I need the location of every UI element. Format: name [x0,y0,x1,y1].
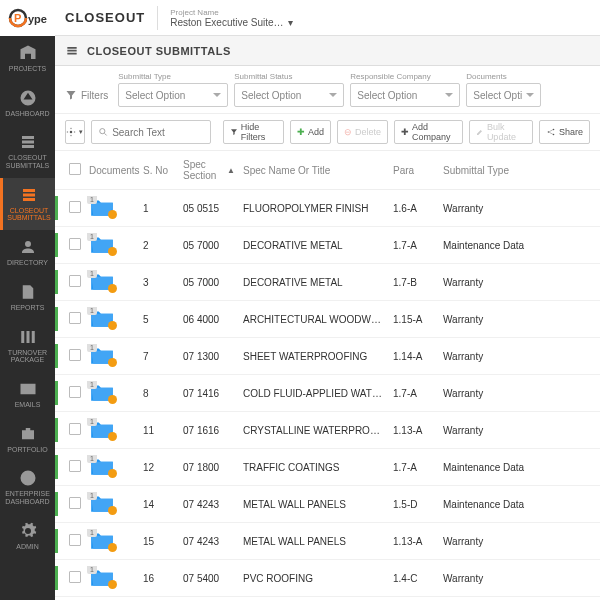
row-checkbox[interactable] [69,386,81,398]
nav-closeout-1[interactable]: CLOSEOUT SUBMITTALS [0,125,55,177]
table-row[interactable]: 1506 4000ARCHITECTURAL WOODWO…1.15-AWarr… [55,301,600,338]
logo: ypeP [0,0,55,36]
svg-point-4 [70,131,73,134]
settings-button[interactable]: ▾ [65,120,85,144]
table-row[interactable]: 1807 1416COLD FLUID-APPLIED WATE…1.7-AWa… [55,375,600,412]
folder-icon[interactable]: 1 [89,344,119,366]
search-input[interactable] [91,120,211,144]
cell-name: COLD FLUID-APPLIED WATE… [239,388,389,399]
doc-count-badge: 1 [87,418,97,426]
doc-count-badge: 1 [87,196,97,204]
project-selector[interactable]: Project Name Reston Executive Suite…▾ [170,8,292,28]
folder-icon[interactable]: 1 [89,529,119,551]
cell-sno: 15 [139,536,179,547]
table-row[interactable]: 1205 7000DECORATIVE METAL1.7-AMaintenanc… [55,227,600,264]
row-checkbox[interactable] [69,534,81,546]
add-company-button[interactable]: ✚Add Company [394,120,463,144]
table-row[interactable]: 11407 4243METAL WALL PANELS1.5-DMaintena… [55,486,600,523]
folder-icon[interactable]: 1 [89,492,119,514]
page-title-bar: CLOSEOUT SUBMITTALS [55,36,600,66]
cell-para: 1.4-C [389,573,439,584]
project-name: Reston Executive Suite… [170,17,283,28]
cell-type: Maintenance Data [439,240,549,251]
col-spec[interactable]: Spec Section▲ [179,159,239,181]
svg-text:ype: ype [28,13,47,25]
folder-icon[interactable]: 1 [89,307,119,329]
divider [157,6,158,30]
cell-spec: 07 1800 [179,462,239,473]
cell-sno: 1 [139,203,179,214]
filter-responsible-company[interactable]: Select Option [350,83,460,107]
table-row[interactable]: 11507 4243METAL WALL PANELS1.13-AWarrant… [55,523,600,560]
cell-spec: 07 4243 [179,499,239,510]
folder-icon[interactable]: 1 [89,455,119,477]
table-row[interactable]: 11107 1616CRYSTALLINE WATERPROOF…1.13-AW… [55,412,600,449]
doc-count-badge: 1 [87,344,97,352]
table-row[interactable]: 11607 5400PVC ROOFING1.4-CWarranty [55,560,600,597]
folder-icon[interactable]: 1 [89,418,119,440]
doc-count-badge: 1 [87,566,97,574]
table-row[interactable]: 11207 1800TRAFFIC COATINGS1.7-AMaintenan… [55,449,600,486]
select-all-checkbox[interactable] [69,163,81,175]
col-documents[interactable]: Documents [85,165,139,176]
col-name[interactable]: Spec Name Or Title [239,165,389,176]
nav-enterprise[interactable]: ENTERPRISE DASHBOARD [0,461,55,513]
nav-reports[interactable]: REPORTS [0,275,55,320]
minus-icon: ⊖ [344,127,352,137]
filter-documents[interactable]: Select Opti [466,83,541,107]
svg-point-8 [553,134,555,136]
col-sno[interactable]: S. No [139,165,179,176]
brand-label: CLOSEOUT [65,10,145,25]
filter-submittal-type[interactable]: Select Option [118,83,228,107]
cell-para: 1.5-D [389,499,439,510]
lock-icon [108,506,117,515]
cell-name: METAL WALL PANELS [239,536,389,547]
folder-icon[interactable]: 1 [89,196,119,218]
nav-admin[interactable]: ADMIN [0,514,55,559]
folder-icon[interactable]: 1 [89,381,119,403]
svg-point-5 [99,129,104,134]
hide-filters-button[interactable]: Hide Filters [223,120,284,144]
delete-button[interactable]: ⊖Delete [337,120,388,144]
cell-type: Warranty [439,203,549,214]
bulk-update-button[interactable]: Bulk Update [469,120,533,144]
row-checkbox[interactable] [69,497,81,509]
row-checkbox[interactable] [69,312,81,324]
plus-icon: ✚ [401,127,409,137]
cell-spec: 07 1416 [179,388,239,399]
row-checkbox[interactable] [69,571,81,583]
nav-projects[interactable]: PROJECTS [0,36,55,81]
row-checkbox[interactable] [69,423,81,435]
nav-dashboard[interactable]: DASHBOARD [0,81,55,126]
cell-para: 1.7-B [389,277,439,288]
toolbar: ▾ Hide Filters ✚Add ⊖Delete ✚Add Company… [55,114,600,151]
chevron-down-icon: ▾ [288,17,293,28]
folder-icon[interactable]: 1 [89,233,119,255]
row-checkbox[interactable] [69,275,81,287]
nav-closeout-2[interactable]: CLOSEOUT SUBMITTALS [0,178,55,230]
row-checkbox[interactable] [69,201,81,213]
col-para[interactable]: Para [389,165,439,176]
folder-icon[interactable]: 1 [89,566,119,588]
row-checkbox[interactable] [69,238,81,250]
search-icon [98,126,108,138]
folder-icon[interactable]: 1 [89,270,119,292]
cell-type: Warranty [439,573,549,584]
add-button[interactable]: ✚Add [290,120,331,144]
table-row[interactable]: 1305 7000DECORATIVE METAL1.7-BWarranty [55,264,600,301]
nav-portfolio[interactable]: PORTFOLIO [0,417,55,462]
cell-sno: 12 [139,462,179,473]
filter-submittal-status[interactable]: Select Option [234,83,344,107]
nav-emails[interactable]: EMAILS [0,372,55,417]
col-type[interactable]: Submittal Type [439,165,549,176]
table-row[interactable]: 1105 0515FLUOROPOLYMER FINISH1.6-AWarran… [55,190,600,227]
row-checkbox[interactable] [69,460,81,472]
share-button[interactable]: Share [539,120,590,144]
nav-turnover[interactable]: TURNOVER PACKAGE [0,320,55,372]
nav-directory[interactable]: DIRECTORY [0,230,55,275]
row-checkbox[interactable] [69,349,81,361]
cell-spec: 07 4243 [179,536,239,547]
share-icon [546,127,556,137]
table-row[interactable]: 1707 1300SHEET WATERPROOFING1.14-AWarran… [55,338,600,375]
cell-name: DECORATIVE METAL [239,240,389,251]
